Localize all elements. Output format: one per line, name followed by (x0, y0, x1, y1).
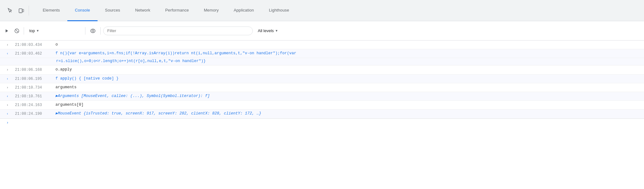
code-value-cont: r=i.slice(),o=0;o<r.length;o++)nt(r[o],n… (56, 59, 206, 63)
svg-line-6 (16, 30, 18, 32)
console-row[interactable]: › 21:08:24.163 arguments[0] (0, 101, 644, 109)
row-timestamp: 21:08:10.734 (15, 84, 55, 91)
run-script-button[interactable] (2, 27, 11, 35)
log-levels-button[interactable]: All levels ▼ (254, 27, 282, 34)
clear-console-button[interactable] (12, 27, 21, 35)
row-timestamp: 21:08:03.434 (15, 41, 55, 48)
tab-sources[interactable]: Sources (98, 0, 128, 21)
nav-icon-group (2, 6, 33, 16)
tab-network[interactable]: Network (127, 0, 158, 21)
top-nav: Elements Console Sources Network Perform… (0, 0, 644, 21)
console-row[interactable]: ‹ 21:08:06.195 f apply() { [native code]… (0, 75, 644, 83)
filter-input[interactable] (103, 27, 253, 35)
row-content: arguments[0] (55, 102, 644, 108)
console-row[interactable]: ‹ 21:08:10.761 ▶Arguments [MouseEvent, c… (0, 92, 644, 101)
row-timestamp: 21:08:06.195 (15, 75, 55, 82)
row-timestamp: 21:08:24.190 (15, 110, 55, 117)
console-row[interactable]: ‹ 21:08:03.462 f n(){var e=arguments,i=n… (0, 49, 644, 58)
toolbar-divider-3 (100, 27, 101, 35)
tab-performance[interactable]: Performance (158, 0, 196, 21)
show-live-expression-button[interactable] (88, 27, 98, 35)
row-timestamp: 21:08:03.462 (15, 50, 55, 57)
row-direction-icon: ‹ (0, 93, 15, 99)
row-content: arguments (55, 84, 644, 90)
row-content-continuation: r=i.slice(),o=0;o<r.length;o++)nt(r[o],n… (56, 58, 644, 64)
row-direction-icon: › (0, 41, 15, 48)
prompt-arrow-icon: › (0, 121, 15, 125)
code-value: ▶Arguments [MouseEvent, callee: (...), S… (55, 94, 210, 98)
tab-elements[interactable]: Elements (35, 0, 67, 21)
row-timestamp: 21:08:24.163 (15, 102, 55, 108)
device-toolbar-button[interactable] (16, 6, 26, 16)
row-direction-icon: ‹ (0, 110, 15, 117)
svg-marker-4 (6, 29, 8, 32)
console-toolbar: top ▼ All levels ▼ (0, 21, 644, 41)
levels-label: All levels (258, 28, 274, 33)
svg-point-3 (20, 12, 21, 12)
row-timestamp: 21:08:10.761 (15, 93, 55, 99)
code-value: f apply() { [native code] } (55, 76, 119, 81)
tab-console[interactable]: Console (67, 0, 98, 21)
context-selector[interactable]: top ▼ (26, 27, 83, 35)
tab-lighthouse[interactable]: Lighthouse (262, 0, 297, 21)
code-value: f n(){var e=arguments,i=n.fns;if(!Array.… (55, 51, 296, 56)
row-direction-icon: › (0, 84, 15, 90)
row-direction-icon: ‹ (0, 75, 15, 82)
nav-divider (29, 6, 29, 16)
svg-rect-2 (22, 9, 24, 12)
row-timestamp: 21:08:06.168 (15, 66, 55, 73)
tab-memory[interactable]: Memory (196, 0, 226, 21)
context-value: top (29, 28, 35, 33)
row-content: o.apply (55, 66, 644, 73)
context-chevron-icon: ▼ (36, 29, 39, 32)
row-content: f n(){var e=arguments,i=n.fns;if(!Array.… (55, 50, 644, 56)
row-content: f apply() { [native code] } (55, 75, 644, 82)
row-direction-icon: › (0, 102, 15, 108)
code-value: ▶MouseEvent {isTrusted: true, screenX: 9… (55, 111, 261, 116)
row-direction-icon: ‹ (0, 50, 15, 56)
row-content: ▶MouseEvent {isTrusted: true, screenX: 9… (55, 110, 644, 117)
levels-chevron-icon: ▼ (275, 29, 278, 32)
console-row-continuation: r=i.slice(),o=0;o<r.length;o++)nt(r[o],n… (0, 58, 644, 65)
row-content: o (55, 41, 644, 48)
toolbar-divider-1 (24, 27, 24, 35)
toolbar-divider-2 (85, 27, 85, 35)
svg-line-0 (10, 11, 12, 12)
inspect-element-button[interactable] (5, 6, 15, 16)
tab-application[interactable]: Application (226, 0, 262, 21)
console-row[interactable]: › 21:08:10.734 arguments (0, 83, 644, 92)
svg-point-7 (92, 30, 94, 32)
console-row[interactable]: › 21:08:06.168 o.apply (0, 65, 644, 74)
row-content: ▶Arguments [MouseEvent, callee: (...), S… (55, 93, 644, 99)
console-output: › 21:08:03.434 o ‹ 21:08:03.462 f n(){va… (0, 41, 644, 127)
console-row[interactable]: › 21:08:03.434 o (0, 41, 644, 49)
nav-tabs: Elements Console Sources Network Perform… (35, 0, 642, 21)
console-row[interactable]: ‹ 21:08:24.190 ▶MouseEvent {isTrusted: t… (0, 109, 644, 118)
continuation-indent (0, 58, 56, 64)
row-direction-icon: › (0, 66, 15, 73)
console-prompt-row[interactable]: › (0, 119, 644, 127)
